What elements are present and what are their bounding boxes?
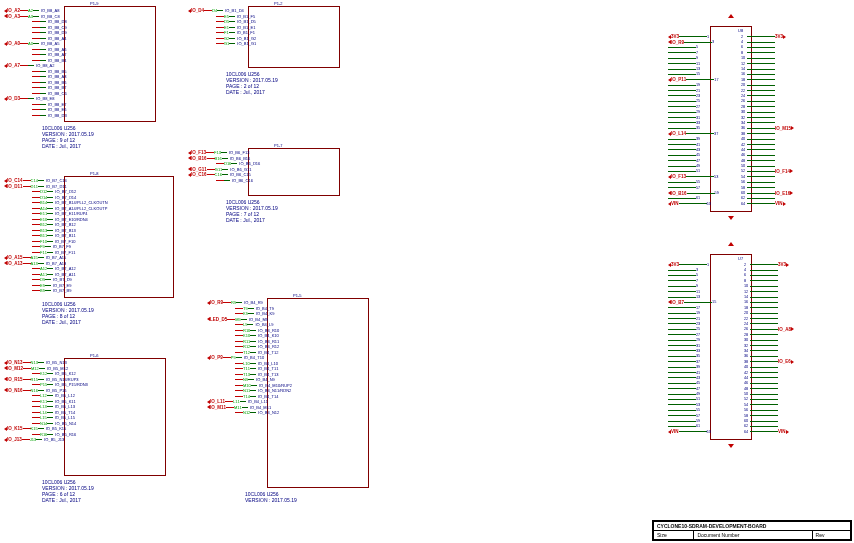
wire — [687, 193, 715, 194]
wire — [47, 406, 53, 407]
connector-pin: VIN63 — [668, 429, 718, 434]
wire — [668, 291, 696, 292]
net-label: A12 — [40, 266, 47, 271]
net-label: K12 — [40, 371, 47, 376]
ref: U8 — [738, 28, 743, 33]
ground-icon — [728, 216, 734, 220]
wire — [668, 187, 696, 188]
wire — [235, 368, 243, 369]
signal-label: IO_B5_R16 — [55, 432, 76, 437]
signal-label: IO_B7_A11 — [55, 272, 76, 277]
signal-label: IO_B7_D12 — [55, 189, 76, 194]
signal-label: IO_B4_K10 — [258, 333, 279, 338]
pin-number: 31 — [696, 344, 702, 348]
wire — [248, 308, 254, 309]
signal-label: IO_B4_R11 — [258, 339, 279, 344]
wire — [747, 128, 775, 129]
wire — [235, 341, 243, 342]
wire — [250, 346, 256, 347]
pin-number: 9 — [696, 56, 702, 60]
wire — [235, 379, 243, 380]
wire — [679, 431, 707, 432]
wire — [668, 399, 696, 400]
port-label: IO_M12 — [7, 366, 23, 371]
signal-label: IO_B8_A8 — [41, 8, 59, 13]
wire — [235, 390, 243, 391]
pin-number: 35 — [696, 126, 702, 130]
signal-label: IO_B4_T14 — [258, 394, 278, 399]
ref: P1-6 — [90, 353, 98, 358]
wire — [747, 95, 775, 96]
net-label: A13 — [31, 261, 38, 266]
wire — [32, 82, 40, 83]
wire — [32, 290, 40, 291]
wire — [235, 412, 243, 413]
signal-label: IO_B4_L11 — [248, 399, 268, 404]
signal-label: IO_B4_R10 — [258, 328, 279, 333]
signal-label: IO_B7_D11 — [46, 184, 67, 189]
wire — [235, 363, 243, 364]
wire — [40, 87, 46, 88]
signal-label: IO_B7_D9 — [53, 277, 72, 282]
wire — [747, 149, 775, 150]
pin-number: 45 — [696, 153, 702, 157]
pin-number: 53 — [714, 175, 720, 179]
wire — [242, 407, 248, 408]
port-label: LED_D5 — [210, 317, 227, 322]
wire — [247, 324, 253, 325]
wire — [668, 388, 696, 389]
pin-row: B9IO_B7_B9 — [4, 288, 108, 294]
wire — [32, 401, 40, 402]
wire — [217, 10, 223, 11]
wire — [668, 421, 696, 422]
block-p1-7: P1-7 IO_F13F13IO_B6_F13IO_B16B16IO_B6_B1… — [226, 148, 340, 223]
pin-number: 25 — [696, 327, 702, 331]
wire — [23, 263, 31, 264]
pin-number: 37 — [696, 360, 702, 364]
wire — [747, 176, 775, 177]
net-label: L12 — [40, 393, 47, 398]
wire — [32, 252, 40, 253]
wire — [32, 384, 40, 385]
wire — [235, 335, 243, 336]
port-label: IO_P9 — [210, 355, 223, 360]
wire — [668, 90, 696, 91]
wire — [32, 285, 40, 286]
pin-number: 55 — [696, 180, 702, 184]
port-label: IO_R15 — [7, 377, 23, 382]
wire — [747, 182, 775, 183]
wire — [38, 180, 44, 181]
pin-number: 5 — [696, 45, 702, 49]
signal-label: IO_B4_T13 — [258, 372, 278, 377]
wire — [47, 412, 53, 413]
wire — [47, 434, 53, 435]
pin-number: 7 — [696, 279, 702, 283]
signal-label: IO_B5_N14/RUP3 — [46, 377, 79, 382]
signal-label: IO_B5_P16 — [46, 388, 67, 393]
wire — [32, 274, 40, 275]
port-label: IO_G11 — [191, 167, 207, 172]
wire — [32, 412, 40, 413]
pin-number: 11 — [696, 62, 702, 66]
signal-label: IO_B4_N11/RDN2 — [258, 388, 291, 393]
pin-number: 7 — [696, 51, 702, 55]
signal-label: IO_B7_B14/PLL2_CLKOUTN — [55, 200, 107, 205]
signal-label: IO_B5_K11 — [55, 399, 76, 404]
net-label: R10 — [243, 328, 250, 333]
signal-label: IO_B5_L13 — [55, 404, 75, 409]
wire — [750, 318, 778, 319]
wire — [32, 115, 40, 116]
pin-number: 59 — [715, 191, 721, 195]
wire — [231, 163, 237, 164]
pin-number: 3 — [696, 268, 702, 272]
net-label: C14 — [31, 178, 38, 183]
pin-number: 29 — [696, 110, 702, 114]
wire — [47, 268, 53, 269]
wire — [236, 357, 242, 358]
pin-row: IO_B6_C16 — [188, 178, 260, 184]
wire — [32, 434, 40, 435]
wire — [747, 63, 775, 64]
wire — [250, 341, 256, 342]
signal-label: IO_B7_D14 — [55, 195, 76, 200]
wire — [684, 302, 712, 303]
